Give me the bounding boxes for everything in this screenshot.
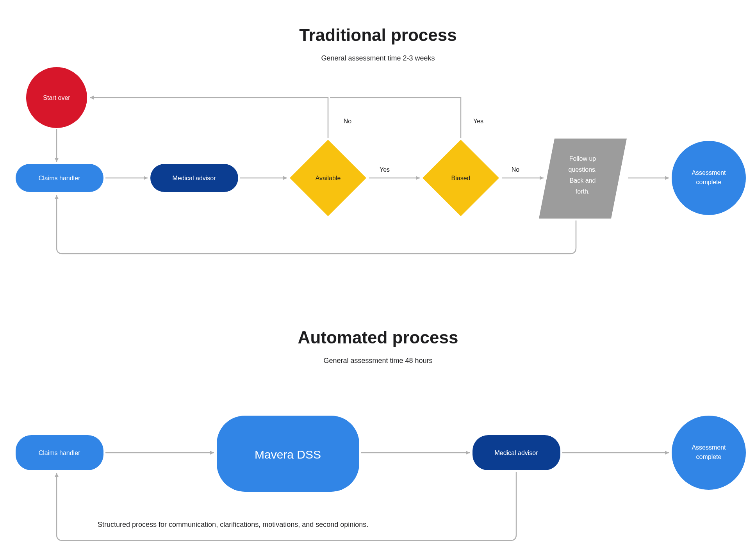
node-available: Available (290, 140, 366, 216)
node-available-label: Available (316, 175, 341, 181)
svg-point-10 (672, 416, 746, 490)
node-assessment-complete-auto-label-1: Assessment (692, 444, 726, 451)
traditional-section: Traditional process General assessment t… (16, 25, 746, 254)
node-biased-label: Biased (451, 175, 471, 181)
node-mavera-dss-label: Mavera DSS (255, 448, 321, 461)
label-available-yes: Yes (380, 166, 390, 173)
node-follow-up-label-3: Back and (570, 177, 596, 184)
node-claims-handler-trad: Claims handler (16, 164, 103, 192)
node-follow-up-label-1: Follow up (569, 155, 596, 162)
node-assessment-complete-auto-label-2: complete (696, 453, 722, 460)
node-medical-advisor-trad: Medical advisor (150, 164, 238, 192)
node-claims-handler-trad-label: Claims handler (39, 175, 80, 181)
node-medical-advisor-trad-label: Medical advisor (172, 175, 216, 181)
node-assessment-complete-auto: Assessment complete (672, 416, 746, 490)
node-assessment-complete-trad-label-1: Assessment (692, 169, 726, 176)
automated-subtitle: General assessment time 48 hours (323, 357, 432, 365)
traditional-subtitle: General assessment time 2-3 weeks (321, 54, 435, 62)
label-biased-yes: Yes (473, 118, 483, 124)
node-medical-advisor-auto: Medical advisor (472, 435, 560, 470)
node-follow-up-label-2: questions. (569, 166, 597, 173)
label-available-no: No (344, 118, 352, 124)
node-assessment-complete-trad-label-2: complete (696, 179, 722, 185)
svg-point-6 (672, 141, 746, 215)
traditional-title: Traditional process (299, 25, 456, 44)
node-start-over-label: Start over (43, 94, 70, 101)
node-claims-handler-auto: Claims handler (16, 435, 103, 470)
node-biased: Biased (423, 140, 499, 216)
label-biased-no: No (512, 166, 520, 173)
diagram-canvas: Traditional process General assessment t… (0, 0, 756, 553)
automated-title: Automated process (298, 328, 458, 347)
node-follow-up-label-4: forth. (576, 188, 590, 195)
node-mavera-dss: Mavera DSS (217, 416, 359, 492)
node-medical-advisor-auto-label: Medical advisor (494, 450, 538, 456)
node-claims-handler-auto-label: Claims handler (39, 450, 80, 456)
automated-section: Automated process General assessment tim… (16, 328, 746, 541)
automated-caption: Structured process for communication, cl… (98, 521, 368, 528)
node-assessment-complete-trad: Assessment complete (672, 141, 746, 215)
arrow-available-no-to-startover (90, 98, 328, 138)
node-follow-up: Follow up questions. Back and forth. (539, 139, 627, 219)
node-start-over: Start over (26, 67, 87, 128)
